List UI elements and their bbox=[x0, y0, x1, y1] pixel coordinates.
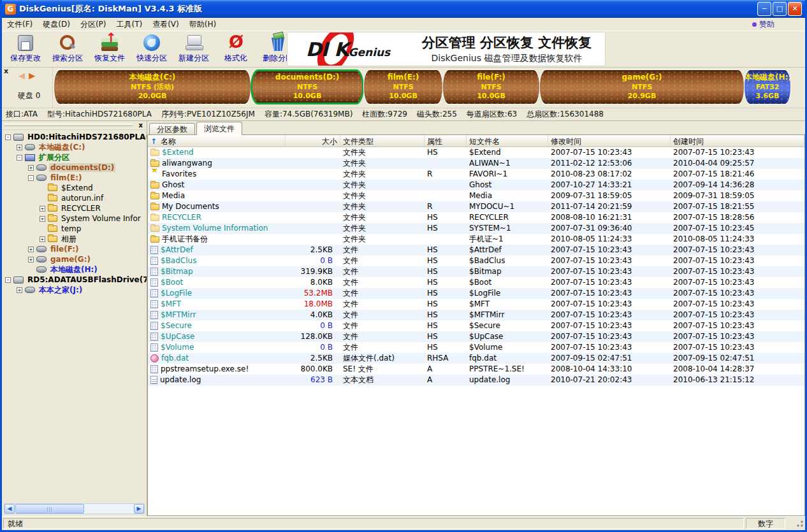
tree-item[interactable]: + game(G:) bbox=[2, 254, 147, 264]
table-row[interactable]: $Secure 0 B 文件 HS $Secure 2007-07-15 10:… bbox=[148, 320, 804, 331]
tab-partition-params[interactable]: 分区参数 bbox=[149, 123, 195, 135]
column-header-attr[interactable]: 属性 bbox=[425, 135, 467, 147]
partition-segment[interactable]: 本地磁盘(C:) NTFS (活动) 20.0GB bbox=[54, 69, 251, 104]
tree-item[interactable]: + file(F:) bbox=[2, 244, 147, 254]
save-changes-button[interactable]: 保存更改 bbox=[4, 32, 47, 66]
partition-size: 20.9GB bbox=[540, 92, 744, 101]
tree-item[interactable]: + documents(D:) bbox=[2, 162, 147, 173]
partition-segment[interactable]: game(G:) NTFS 20.9GB bbox=[539, 69, 745, 104]
table-row[interactable]: $Boot 8.0KB 文件 HS $Boot 2007-07-15 10:23… bbox=[148, 277, 804, 288]
tree-expander[interactable]: - bbox=[5, 134, 11, 140]
tree-item[interactable]: - RD5:ADATAUSBFlashDrive(7G bbox=[2, 275, 147, 285]
file-name: $LogFile bbox=[161, 288, 192, 299]
column-header-name[interactable]: ↑名称 bbox=[148, 135, 286, 147]
table-row[interactable]: $LogFile 53.2MB 文件 HS $LogFile 2007-07-1… bbox=[148, 288, 804, 299]
table-row[interactable]: $MFTMirr 4.0KB 文件 HS $MFTMirr 2007-07-15… bbox=[148, 310, 804, 320]
recover-files-button[interactable]: 恢复文件 bbox=[89, 32, 131, 66]
column-header-size[interactable]: 大小 bbox=[286, 135, 340, 147]
tree-item[interactable]: - film(E:) bbox=[2, 173, 147, 183]
tree-item[interactable]: + RECYCLER bbox=[2, 203, 147, 213]
menu-item[interactable]: 工具(T) bbox=[116, 19, 142, 30]
partition-segment[interactable]: file(F:) NTFS 10.0GB bbox=[442, 69, 540, 104]
partition-segment[interactable]: film(E:) NTFS 10.0GB bbox=[363, 69, 443, 104]
quick-partition-button[interactable]: 快速分区 bbox=[131, 32, 173, 66]
partition-panel-close-icon[interactable]: x bbox=[4, 68, 8, 75]
tree-horizontal-scrollbar[interactable]: ◀ ▶ bbox=[4, 503, 145, 514]
folder-icon bbox=[48, 195, 57, 201]
column-header-shortname[interactable]: 短文件名 bbox=[467, 135, 548, 147]
table-row[interactable]: update.log 623 B 文本文档 A update.log 2010-… bbox=[148, 375, 804, 385]
tree-expander[interactable]: + bbox=[40, 216, 45, 222]
partition-segment[interactable]: 本地磁盘(H:) FAT32 3.6GB bbox=[744, 69, 791, 104]
search-partition-button[interactable]: 搜索分区 bbox=[47, 32, 89, 66]
tree-expander[interactable]: + bbox=[17, 145, 22, 150]
format-button[interactable]: 格式化 bbox=[215, 32, 257, 66]
table-row[interactable]: Favorites 文件夹 R FAVORI~1 2010-08-23 08:1… bbox=[148, 169, 804, 180]
tree-item[interactable]: + 本本之家(J:) bbox=[2, 285, 147, 295]
next-disk-arrow-icon[interactable]: ▶ bbox=[29, 71, 35, 80]
sidebar-close-icon[interactable]: x bbox=[139, 121, 143, 129]
column-header-type[interactable]: 文件类型 bbox=[340, 135, 425, 147]
scroll-left-arrow-icon[interactable]: ◀ bbox=[4, 504, 15, 514]
table-row[interactable]: System Volume Information 文件夹 HS SYSTEM~… bbox=[148, 223, 804, 234]
tree-expander[interactable]: - bbox=[5, 277, 11, 283]
tree-expander[interactable]: + bbox=[28, 165, 34, 171]
table-row[interactable]: aliwangwang 文件夹 ALIWAN~1 2011-02-12 12:5… bbox=[148, 158, 804, 169]
new-partition-button[interactable]: 新建分区 bbox=[173, 32, 215, 66]
column-header-created[interactable]: 创建时间 bbox=[671, 135, 804, 147]
tree-item[interactable]: + 相册 bbox=[2, 234, 147, 244]
file-icon bbox=[150, 322, 158, 330]
resize-grip[interactable] bbox=[795, 519, 804, 528]
table-row[interactable]: $Extend 文件夹 HS $Extend 2007-07-15 10:23:… bbox=[148, 147, 804, 158]
table-row[interactable]: Ghost 文件夹 Ghost 2007-10-27 14:33:21 2007… bbox=[148, 180, 804, 191]
partition-size: 10.0GB bbox=[364, 92, 442, 101]
menu-item[interactable]: 文件(F) bbox=[7, 19, 33, 30]
tree-item[interactable]: temp bbox=[2, 224, 147, 234]
file-type: 文件 bbox=[340, 320, 425, 331]
table-row[interactable]: $UpCase 128.0KB 文件 HS $UpCase 2007-07-15… bbox=[148, 331, 804, 342]
tree-expander[interactable]: + bbox=[28, 247, 34, 252]
table-row[interactable]: $MFT 18.0MB 文件 HS $MFT 2007-07-15 10:23:… bbox=[148, 299, 804, 310]
table-row[interactable]: $Bitmap 319.9KB 文件 HS $Bitmap 2007-07-15… bbox=[148, 266, 804, 277]
partition-size: 3.6GB bbox=[745, 92, 790, 101]
table-row[interactable]: $BadClus 0 B 文件 HS $BadClus 2007-07-15 1… bbox=[148, 255, 804, 266]
prev-disk-arrow-icon[interactable]: ◀ bbox=[18, 71, 25, 80]
table-row[interactable]: Media 文件夹 Media 2009-07-31 18:59:05 2009… bbox=[148, 191, 804, 201]
minimize-button[interactable]: ─ bbox=[757, 2, 771, 16]
tree-item[interactable]: autorun.inf bbox=[2, 193, 147, 203]
table-row[interactable]: My Documents 文件夹 R MYDOCU~1 2011-07-14 2… bbox=[148, 201, 804, 212]
disk-info-item: 接口:ATA bbox=[6, 109, 38, 120]
tree-item[interactable]: 本地磁盘(H:) bbox=[2, 264, 147, 275]
tree-expander[interactable]: + bbox=[28, 257, 34, 262]
table-row[interactable]: $Volume 0 B 文件 HS $Volume 2007-07-15 10:… bbox=[148, 342, 804, 353]
menu-item[interactable]: 分区(P) bbox=[80, 19, 106, 30]
tree-expander[interactable]: + bbox=[40, 206, 45, 212]
tree-item[interactable]: + System Volume Infor bbox=[2, 213, 147, 224]
partition-segment[interactable]: documents(D:) NTFS 10.0GB bbox=[251, 69, 364, 104]
table-row[interactable]: $AttrDef 2.5KB 文件 HS $AttrDef 2007-07-15… bbox=[148, 245, 804, 255]
table-row[interactable]: 手机证书备份 文件夹 手机证~1 2010-08-05 11:24:33 201… bbox=[148, 234, 804, 245]
menu-item[interactable]: 帮助(H) bbox=[189, 19, 216, 30]
tree-item[interactable]: - 扩展分区 bbox=[2, 152, 147, 162]
tree-item[interactable]: - HD0:HitachiHDS721680PLA(7 bbox=[2, 132, 147, 142]
table-row[interactable]: RECYCLER 文件夹 HS RECYCLER 2008-08-10 16:2… bbox=[148, 212, 804, 223]
tree-expander[interactable]: + bbox=[40, 236, 45, 242]
maximize-button[interactable]: □ bbox=[773, 2, 787, 16]
table-row[interactable]: fqb.dat 2.5KB 媒体文件(.dat) RHSA fqb.dat 20… bbox=[148, 353, 804, 364]
sponsor-link[interactable]: 赞助 bbox=[752, 19, 774, 30]
tree-item[interactable]: + 本地磁盘(C:) bbox=[2, 142, 147, 152]
tree-expander[interactable]: + bbox=[17, 287, 22, 293]
tree-item[interactable]: $Extend bbox=[2, 183, 147, 193]
menu-item[interactable]: 硬盘(D) bbox=[43, 19, 70, 30]
column-header-modified[interactable]: 修改时间 bbox=[548, 135, 671, 147]
menu-item[interactable]: 查看(V) bbox=[152, 19, 179, 30]
table-row[interactable]: ppstreamsetup.exe.se! 800.0KB SE! 文件 A P… bbox=[148, 364, 804, 375]
scrollbar-thumb[interactable] bbox=[15, 504, 84, 514]
file-shortname: $UpCase bbox=[467, 331, 548, 342]
file-size bbox=[286, 158, 340, 169]
tab-browse-files[interactable]: 浏览文件 bbox=[196, 122, 242, 135]
scroll-right-arrow-icon[interactable]: ▶ bbox=[134, 504, 144, 514]
tree-expander[interactable]: - bbox=[28, 175, 34, 181]
tree-expander[interactable]: - bbox=[17, 155, 22, 161]
close-button[interactable]: ✕ bbox=[788, 2, 802, 16]
